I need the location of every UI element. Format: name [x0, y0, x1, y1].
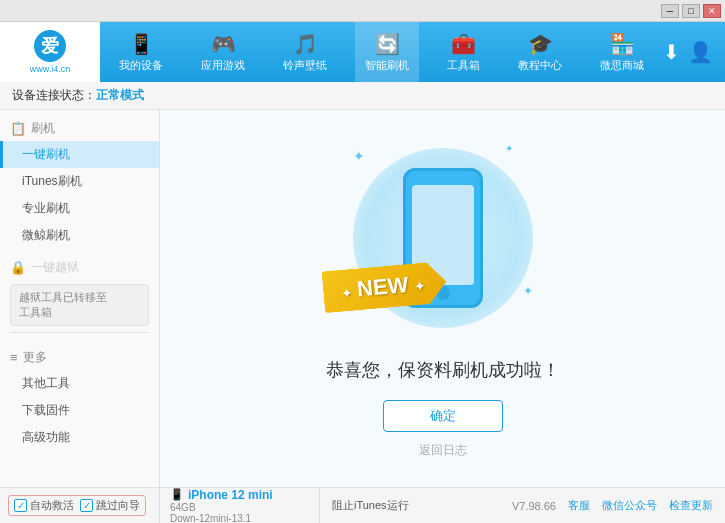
download-button[interactable]: ⬇	[663, 40, 680, 64]
nav-toolbox[interactable]: 🧰 工具箱	[437, 22, 490, 82]
wechat-public-link[interactable]: 微信公众号	[602, 498, 657, 513]
confirm-button[interactable]: 确定	[383, 400, 503, 432]
nav-right-buttons: ⬇ 👤	[663, 40, 725, 64]
nav-tutorials[interactable]: 🎓 教程中心	[508, 22, 572, 82]
bottom-checkboxes-area: 自动救活 跳过向导	[0, 488, 160, 523]
toolbox-icon: 🧰	[451, 32, 476, 56]
auto-rescue-check-box[interactable]	[14, 499, 27, 512]
device-name-row: 📱 iPhone 12 mini	[170, 488, 309, 502]
more-label: 更多	[23, 349, 47, 366]
more-icon: ≡	[10, 350, 18, 365]
nav-ringtones-label: 铃声壁纸	[283, 58, 327, 73]
nav-items: 📱 我的设备 🎮 应用游戏 🎵 铃声壁纸 🔄 智能刷机 🧰 工具箱 🎓 教程中心…	[100, 22, 663, 82]
sparkle-2: ✦	[505, 143, 513, 154]
ringtones-icon: 🎵	[293, 32, 318, 56]
sidebar-jailbreak-header: 🔒 一键越狱	[0, 255, 159, 280]
nav-tutorials-label: 教程中心	[518, 58, 562, 73]
user-button[interactable]: 👤	[688, 40, 713, 64]
jailbreak-lock-icon: 🔒	[10, 260, 26, 275]
itunes-label: iTunes刷机	[22, 174, 82, 188]
maximize-button[interactable]: □	[682, 4, 700, 18]
sidebar-flash-label: 刷机	[31, 120, 55, 137]
nav-apps-games[interactable]: 🎮 应用游戏	[191, 22, 255, 82]
skip-wizard-checkbox[interactable]: 跳过向导	[80, 498, 140, 513]
onekey-label: 一键刷机	[22, 147, 70, 161]
hero-image: ✦ ✦ ✦ ✦ NEW ✦	[333, 138, 553, 338]
device-model: Down-12mini-13.1	[170, 513, 309, 524]
check-update-link[interactable]: 检查更新	[669, 498, 713, 513]
sidebar-more-header: ≡ 更多	[0, 345, 159, 370]
sidebar-item-pro[interactable]: 专业刷机	[0, 195, 159, 222]
main-area: 📋 刷机 一键刷机 iTunes刷机 专业刷机 微鲸刷机 🔒 一键越狱 越狱工具	[0, 110, 725, 487]
tutorials-icon: 🎓	[528, 32, 553, 56]
checkboxes-group: 自动救活 跳过向导	[8, 495, 146, 516]
bottom-right-links: V7.98.66 客服 微信公众号 检查更新	[512, 498, 725, 513]
phone-icon: 📱	[170, 488, 184, 501]
content-area: ✦ ✦ ✦ ✦ NEW ✦ 恭喜您，保资料刷机成功啦！ 确定 返回日志	[160, 110, 725, 487]
device-storage: 64GB	[170, 502, 309, 513]
status-bar: 设备连接状态： 正常模式	[0, 82, 725, 110]
sidebar-section-more: ≡ 更多 其他工具 下载固件 高级功能	[0, 339, 159, 451]
version-label: V7.98.66	[512, 500, 556, 512]
download-fw-label: 下载固件	[22, 403, 70, 417]
sidebar-flash-header: 📋 刷机	[0, 116, 159, 141]
sidebar-item-other-tools[interactable]: 其他工具	[0, 370, 159, 397]
title-bar: ─ □ ✕	[0, 0, 725, 22]
customer-service-link[interactable]: 客服	[568, 498, 590, 513]
status-value: 正常模式	[96, 87, 144, 104]
smart-flash-icon: 🔄	[375, 32, 400, 56]
skip-wizard-label: 跳过向导	[96, 498, 140, 513]
jailbreak-label: 一键越狱	[31, 259, 79, 276]
nav-toolbox-label: 工具箱	[447, 58, 480, 73]
sidebar-item-download-fw[interactable]: 下载固件	[0, 397, 159, 424]
sidebar-item-onekey[interactable]: 一键刷机	[0, 141, 159, 168]
back-to-log-link[interactable]: 返回日志	[419, 442, 467, 459]
nav-my-device-label: 我的设备	[119, 58, 163, 73]
sidebar-section-flash: 📋 刷机 一键刷机 iTunes刷机 专业刷机 微鲸刷机	[0, 110, 159, 249]
sidebar-item-itunes[interactable]: iTunes刷机	[0, 168, 159, 195]
advanced-label: 高级功能	[22, 430, 70, 444]
skip-wizard-check-box[interactable]	[80, 499, 93, 512]
sparkle-3: ✦	[523, 284, 533, 298]
success-message: 恭喜您，保资料刷机成功啦！	[326, 358, 560, 382]
header: 爱 www.i4.cn 📱 我的设备 🎮 应用游戏 🎵 铃声壁纸 🔄 智能刷机 …	[0, 22, 725, 82]
sidebar: 📋 刷机 一键刷机 iTunes刷机 专业刷机 微鲸刷机 🔒 一键越狱 越狱工具	[0, 110, 160, 487]
nav-smart-flash-label: 智能刷机	[365, 58, 409, 73]
bottom-bar: 自动救活 跳过向导 📱 iPhone 12 mini 64GB Down-12m…	[0, 487, 725, 523]
my-device-icon: 📱	[129, 32, 154, 56]
minimize-button[interactable]: ─	[661, 4, 679, 18]
auto-rescue-label: 自动救活	[30, 498, 74, 513]
status-label: 设备连接状态：	[12, 87, 96, 104]
other-tools-label: 其他工具	[22, 376, 70, 390]
jailbreak-notice: 越狱工具已转移至工具箱	[10, 284, 149, 326]
pro-label: 专业刷机	[22, 201, 70, 215]
apps-games-icon: 🎮	[211, 32, 236, 56]
nav-ringtones[interactable]: 🎵 铃声壁纸	[273, 22, 337, 82]
nav-smart-flash[interactable]: 🔄 智能刷机	[355, 22, 419, 82]
bottom-device-info: 📱 iPhone 12 mini 64GB Down-12mini-13.1	[160, 488, 320, 523]
sidebar-item-micro[interactable]: 微鲸刷机	[0, 222, 159, 249]
logo-icon: 爱	[34, 30, 66, 62]
nav-weisi-store-label: 微思商城	[600, 58, 644, 73]
logo-url: www.i4.cn	[30, 64, 71, 74]
weisi-store-icon: 🏪	[610, 32, 635, 56]
sparkle-1: ✦	[353, 148, 365, 164]
device-name: iPhone 12 mini	[188, 488, 273, 502]
flash-section-icon: 📋	[10, 121, 26, 136]
auto-rescue-checkbox[interactable]: 自动救活	[14, 498, 74, 513]
bottom-status-label: 阻止iTunes运行	[320, 498, 512, 513]
sidebar-item-advanced[interactable]: 高级功能	[0, 424, 159, 451]
close-button[interactable]: ✕	[703, 4, 721, 18]
itunes-status: 阻止iTunes运行	[332, 498, 409, 513]
logo-area: 爱 www.i4.cn	[0, 22, 100, 82]
nav-my-device[interactable]: 📱 我的设备	[109, 22, 173, 82]
nav-weisi-store[interactable]: 🏪 微思商城	[590, 22, 654, 82]
nav-apps-games-label: 应用游戏	[201, 58, 245, 73]
sidebar-divider	[10, 332, 149, 333]
micro-label: 微鲸刷机	[22, 228, 70, 242]
sidebar-section-jailbreak: 🔒 一键越狱 越狱工具已转移至工具箱	[0, 249, 159, 326]
new-badge-text: ✦ NEW ✦	[340, 271, 426, 304]
